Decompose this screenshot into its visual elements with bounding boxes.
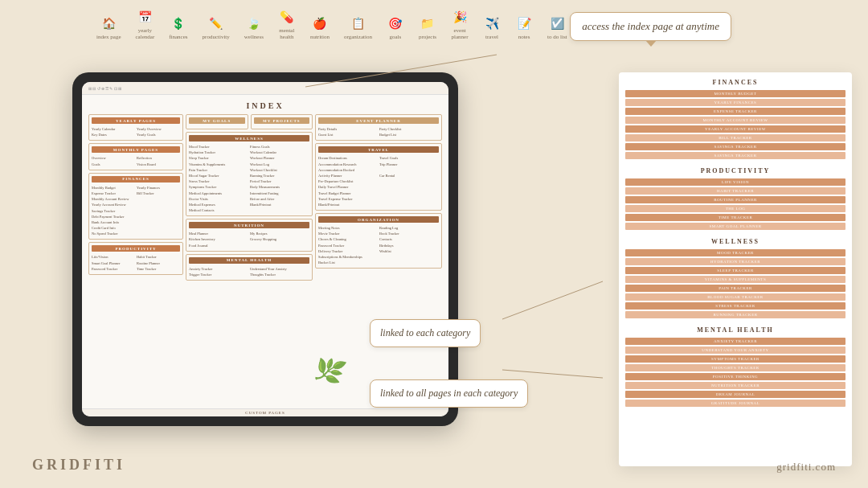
my-projects-section: MY PROJECTS: [251, 114, 313, 129]
rp-item: SAVINGS TRACKER: [625, 143, 845, 150]
finances-section: FINANCES Monthly BudgetExpense TrackerMo…: [88, 173, 183, 240]
rp-item: UNDERSTAND YOUR ANXIETY: [625, 347, 845, 354]
monthly-items-col1: OverviewGoals: [92, 155, 135, 166]
right-panel: FINANCES MONTHLY BUDGET YEARLY FINANCES …: [619, 72, 852, 466]
goals-icon: 🎯: [387, 14, 404, 32]
custom-pages-bar: CUSTOM PAGES: [82, 408, 448, 416]
rp-finances-title: FINANCES: [625, 79, 845, 86]
nav-item-productivity[interactable]: ✏️ productivity: [203, 14, 230, 40]
yearly-items-col1: Yearly CalendarKey Dates: [92, 126, 135, 137]
tablet-topbar: ⊞ ⊟ ↺ ⊕ ☰ ✎ ⊡ ⊞: [82, 82, 448, 95]
nav-label-productivity: productivity: [203, 34, 230, 40]
rp-item: STRESS TRACKER: [625, 302, 845, 310]
mental-items-col2: Understand Your AnxietyThoughts Tracker: [250, 266, 309, 277]
callout-category-text: linked to each category: [380, 327, 470, 338]
travel-items-col2: Travel GoalsTrip PlannerCar Rental: [379, 155, 439, 207]
travel-items-col1: Dream DestinationsAccommodation Research…: [318, 155, 378, 207]
nav-label-mental: mentalhealth: [279, 27, 294, 41]
productivity-items-col1: Life/VisionSmart Goal PlannerPassword Tr…: [92, 254, 135, 272]
rp-item: ANXIETY TRACKER: [625, 338, 845, 345]
organization-section: ORGANIZATION Meeting NotesMovie TrackerC…: [315, 213, 442, 269]
calendar-icon: 📅: [136, 8, 154, 26]
mental-health-title: MENTAL HEALTH: [189, 257, 309, 264]
nav-item-todo[interactable]: ☑️ to do list: [547, 14, 567, 40]
rp-productivity-title: PRODUCTIVITY: [625, 167, 845, 174]
rp-productivity-section: PRODUCTIVITY LIFE VISION HABIT TRACKER R…: [625, 167, 845, 230]
rp-item: LIFE VISION: [625, 178, 845, 186]
nav-item-notes[interactable]: 📝 notes: [515, 14, 533, 40]
finances-title: FINANCES: [92, 176, 180, 182]
rp-finances-items: MONTHLY BUDGET YEARLY FINANCES EXPENSE T…: [625, 90, 845, 159]
rp-item: YEARLY FINANCES: [625, 99, 845, 106]
rp-item: PAIN TRACKER: [625, 285, 845, 292]
rp-item: BLOOD SUGAR TRACKER: [625, 293, 845, 301]
tablet-device: ⊞ ⊟ ↺ ⊕ ☰ ✎ ⊡ ⊞ INDEX YEARLY PAGES Yearl…: [72, 72, 458, 426]
nav-item-projects[interactable]: 📁 projects: [419, 14, 436, 40]
rp-item: THOUGHTS TRACKER: [625, 364, 845, 371]
nav-item-index[interactable]: 🏠 index page: [96, 14, 121, 40]
mental-icon: 💊: [278, 8, 296, 26]
rp-item: SYMPTOMS TRACKER: [625, 355, 845, 363]
rp-item: MOOD TRACKER: [625, 249, 845, 256]
rp-wellness-title: WELLNESS: [625, 238, 845, 245]
nav-item-organization[interactable]: 📋 organization: [344, 14, 372, 40]
wellness-items-col2: Fitness GoalsWorkout CalendarWorkout Pla…: [250, 144, 309, 213]
finances-icon: 💲: [170, 14, 187, 32]
todo-icon: ☑️: [548, 14, 566, 32]
custom-pages-label: CUSTOM PAGES: [245, 411, 285, 415]
wellness-items-col1: Mood TrackerHydration TrackerSleep Track…: [189, 144, 248, 213]
rp-item: DREAM JOURNAL: [625, 391, 845, 398]
nav-label-organization: organization: [344, 34, 372, 40]
nav-label-events: eventplanner: [452, 27, 469, 41]
nutrition-items-col1: Meal PlannerKitchen Inventory: [189, 231, 248, 242]
nav-item-wellness[interactable]: 🍃 wellness: [244, 14, 264, 40]
productivity-icon: ✏️: [207, 14, 225, 32]
organization-title: ORGANIZATION: [318, 216, 439, 223]
nav-label-notes: notes: [518, 34, 530, 40]
nav-item-travel[interactable]: ✈️ travel: [483, 14, 501, 40]
index-title: INDEX: [88, 101, 442, 110]
nutrition-items-col2: My RecipesGrocery Shopping: [250, 231, 309, 242]
rp-mental-items: ANXIETY TRACKER UNDERSTAND YOUR ANXIETY …: [625, 338, 845, 407]
rp-item: YEARLY ACCOUNT REVIEW: [625, 125, 845, 133]
rp-wellness-section: WELLNESS MOOD TRACKER HYDRATION TRACKER …: [625, 238, 845, 318]
rp-item: EXPENSE TRACKER: [625, 108, 845, 115]
rp-item: RUNNING TRACKER: [625, 311, 845, 318]
rp-item: SLEEP TRACKER: [625, 267, 845, 274]
nutrition-section: NUTRITION Meal PlannerKitchen Inventory …: [186, 219, 313, 252]
rp-item: GRATITUDE JOURNAL: [625, 400, 845, 407]
rp-item: MONTHLY ACCOUNT REVIEW: [625, 117, 845, 124]
my-goals-title: MY GOALS: [189, 117, 245, 124]
nav-label-todo: to do list: [547, 34, 567, 40]
projects-icon: 📁: [419, 14, 436, 32]
tablet-bar-icons: ⊞ ⊟ ↺ ⊕ ☰ ✎ ⊡ ⊞: [88, 86, 121, 91]
monthly-pages-section: MONTHLY PAGES OverviewGoals ReflectionVi…: [88, 143, 183, 170]
nav-label-calendar: yearlycalendar: [136, 27, 155, 41]
wellness-icon: 🍃: [245, 14, 263, 32]
nav-label-nutrition: nutrition: [310, 34, 330, 40]
nutrition-items-full: Food Journal: [189, 243, 309, 248]
rp-wellness-items: MOOD TRACKER HYDRATION TRACKER SLEEP TRA…: [625, 249, 845, 318]
rp-item: THE LOG: [625, 205, 845, 212]
mental-health-section: MENTAL HEALTH Anxiety TrackerTrigger Tra…: [186, 254, 313, 281]
rp-productivity-items: LIFE VISION HABIT TRACKER ROUTINE PLANNE…: [625, 178, 845, 230]
yearly-items-col2: Yearly OverviewYearly Goals: [137, 126, 180, 137]
brand-left: GRIDFITI: [32, 457, 125, 474]
nav-item-mental[interactable]: 💊 mentalhealth: [278, 8, 296, 41]
nav-item-nutrition[interactable]: 🍎 nutrition: [310, 14, 330, 40]
nav-label-projects: projects: [419, 34, 436, 40]
callout-index-access: access the index page at anytime: [570, 12, 731, 41]
nav-item-calendar[interactable]: 📅 yearlycalendar: [136, 8, 155, 41]
productivity-section: PRODUCTIVITY Life/VisionSmart Goal Plann…: [88, 242, 183, 275]
callout-top-text: access the index page at anytime: [582, 20, 719, 32]
org-items-col1: Meeting NotesMovie TrackerChores & Clean…: [318, 225, 378, 265]
nav-item-events[interactable]: 🎉 eventplanner: [451, 8, 469, 41]
travel-title: TRAVEL: [318, 146, 439, 153]
mental-items-col1: Anxiety TrackerTrigger Tracker: [189, 266, 248, 277]
tablet-screen: ⊞ ⊟ ↺ ⊕ ☰ ✎ ⊡ ⊞ INDEX YEARLY PAGES Yearl…: [82, 82, 448, 416]
nav-item-goals[interactable]: 🎯 goals: [387, 14, 404, 40]
nav-item-finances[interactable]: 💲 finances: [169, 14, 187, 40]
finance-items-col2: Yearly FinancesBill Tracker: [137, 185, 180, 237]
finance-items-col1: Monthly BudgetExpense TrackerMonthly Acc…: [92, 185, 135, 237]
rp-item: SAVINGS TRACKER: [625, 152, 845, 159]
